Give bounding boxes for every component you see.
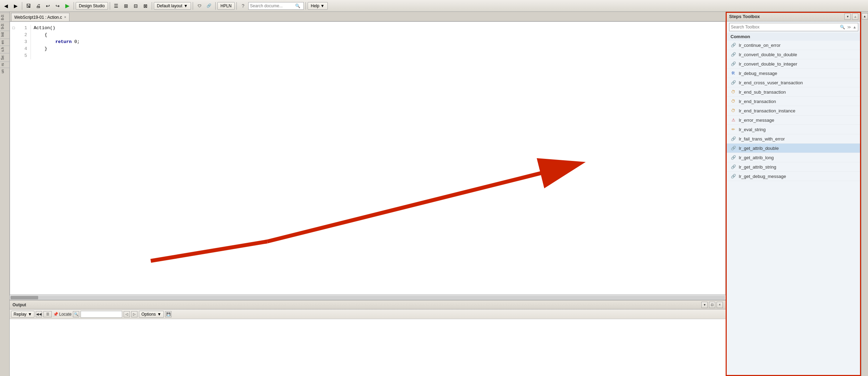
toolbox-item-lr_end_cross_vuser_transaction[interactable]: 🔗lr_end_cross_vuser_transaction bbox=[726, 78, 861, 87]
left-nav-item-8[interactable]: un bbox=[0, 68, 9, 75]
layout-dropdown[interactable]: Default layout ▼ bbox=[154, 2, 191, 10]
options-dropdown[interactable]: Options ▼ bbox=[139, 311, 164, 318]
output-pin-button[interactable]: ▾ bbox=[701, 302, 708, 308]
help-button[interactable]: Help ▼ bbox=[308, 2, 328, 10]
toolbox-item-icon-lr_get_attrib_long: 🔗 bbox=[731, 155, 736, 160]
toolbox-item-lr_get_attrib_string[interactable]: 🔗lr_get_attrib_string bbox=[726, 162, 861, 172]
toolbox-item-lr_error_message[interactable]: ⚠lr_error_message bbox=[726, 116, 861, 125]
horizontal-scrollbar[interactable] bbox=[10, 295, 726, 300]
output-search-input[interactable] bbox=[81, 311, 122, 318]
tab-bar: WebScript19-01 : Action.c × bbox=[10, 12, 726, 22]
left-nav-item-7[interactable]: rs bbox=[0, 61, 9, 67]
link-icon[interactable]: 🔗 bbox=[205, 1, 214, 10]
output-back-button[interactable]: ◁ bbox=[124, 311, 130, 317]
left-nav-item-3[interactable]: Init bbox=[0, 31, 9, 38]
left-nav: 8-0: 9-0: Init en s.h Se: rs un bbox=[0, 12, 10, 376]
output-prev-button[interactable]: ◀◀ bbox=[36, 311, 42, 317]
line-num-4: 4 bbox=[17, 45, 31, 52]
line-content-4: } bbox=[34, 45, 47, 52]
output-list-button[interactable]: ☰ bbox=[43, 311, 52, 317]
toolbox-item-icon-lr_continue_on_error: 🔗 bbox=[731, 42, 736, 48]
left-nav-item-6[interactable]: Se: bbox=[0, 53, 9, 61]
design-studio-button[interactable]: Design Studio bbox=[76, 2, 108, 10]
left-nav-item-2[interactable]: 9-0: bbox=[0, 22, 9, 31]
toolbox-title: Steps Toolbox bbox=[729, 14, 760, 19]
table-icon[interactable]: ⊠ bbox=[141, 1, 150, 10]
toolbox-item-lr_convert_double_to_double[interactable]: 🔗lr_convert_double_to_double bbox=[726, 50, 861, 59]
left-nav-item-5[interactable]: s.h bbox=[0, 45, 9, 53]
output-save-button[interactable]: 💾 bbox=[165, 311, 172, 317]
toolbox-item-lr_get_attrib_double[interactable]: 🔗lr_get_attrib_double bbox=[726, 144, 861, 153]
toolbox-collapse-icon[interactable]: ▲ bbox=[853, 25, 857, 29]
tab-title: WebScript19-01 : Action.c bbox=[14, 15, 62, 20]
output-header: Output ▾ ⊡ × bbox=[10, 300, 726, 309]
toolbox-search-input[interactable] bbox=[731, 25, 838, 29]
output-fwd-button[interactable]: ▷ bbox=[131, 311, 137, 317]
save-icon[interactable]: 🖫 bbox=[24, 1, 33, 10]
line-num-5: 5 bbox=[17, 52, 31, 59]
main-container: 8-0: 9-0: Init en s.h Se: rs un WebScrip… bbox=[0, 12, 868, 376]
shield-icon[interactable]: 🛡 bbox=[195, 1, 204, 10]
list-icon[interactable]: ☰ bbox=[112, 1, 121, 10]
locate-icon: 📌 bbox=[53, 312, 58, 317]
undo-icon[interactable]: ↩ bbox=[43, 1, 52, 10]
replay-dropdown[interactable]: Replay ▼ bbox=[11, 311, 34, 318]
forward-button[interactable]: ▶ bbox=[11, 1, 20, 10]
h-scroll-thumb[interactable] bbox=[10, 296, 38, 299]
back-button[interactable]: ◀ bbox=[1, 1, 10, 10]
line-content-3: return 0; bbox=[34, 39, 80, 45]
grid-icon[interactable]: ⊞ bbox=[122, 1, 131, 10]
toolbox-item-label-lr_eval_string: lr_eval_string bbox=[739, 127, 766, 132]
locate-label[interactable]: Locate bbox=[59, 312, 72, 317]
toolbox-item-lr_debug_message[interactable]: 🛠lr_debug_message bbox=[726, 69, 861, 78]
toolbox-item-lr_end_sub_transaction[interactable]: ⏱lr_end_sub_transaction bbox=[726, 87, 861, 97]
toolbox-header: Steps Toolbox ▾ ▵ bbox=[726, 12, 861, 22]
replay-label: Replay bbox=[14, 312, 26, 317]
left-nav-item-1[interactable]: 8-0: bbox=[0, 12, 9, 22]
toolbox-search-container[interactable]: 🔍 ≫ ▲ bbox=[729, 23, 858, 31]
toolbox-item-label-lr_get_attrib_long: lr_get_attrib_long bbox=[739, 155, 774, 160]
toolbox-item-lr_get_debug_message[interactable]: 🔗lr_get_debug_message bbox=[726, 172, 861, 181]
hpln-button[interactable]: HPLN bbox=[217, 2, 235, 10]
toolbox-pin-button[interactable]: ▾ bbox=[844, 14, 851, 20]
code-line-2: 2 { bbox=[10, 32, 725, 39]
output-body bbox=[10, 319, 726, 376]
toolbox-item-icon-lr_error_message: ⚠ bbox=[731, 117, 736, 123]
toolbox-item-label-lr_convert_double_to_integer: lr_convert_double_to_integer bbox=[739, 61, 797, 67]
help-label: Help bbox=[311, 3, 319, 8]
toolbox-item-label-lr_end_sub_transaction: lr_end_sub_transaction bbox=[739, 89, 786, 95]
toolbox-item-lr_fail_trans_with_error[interactable]: 🔗lr_fail_trans_with_error bbox=[726, 134, 861, 144]
search-input-top[interactable] bbox=[250, 3, 295, 8]
view-icon[interactable]: ⊟ bbox=[131, 1, 140, 10]
line-num-3: 3 bbox=[17, 39, 31, 45]
toolbox-item-icon-lr_debug_message: 🛠 bbox=[731, 70, 736, 76]
help-question-icon[interactable]: ? bbox=[239, 1, 248, 10]
editor-tab[interactable]: WebScript19-01 : Action.c × bbox=[11, 13, 69, 21]
line-content-1: Action() bbox=[34, 25, 55, 32]
toolbox-item-lr_eval_string[interactable]: ✏lr_eval_string bbox=[726, 125, 861, 134]
toolbox-item-icon-lr_fail_trans_with_error: 🔗 bbox=[731, 136, 736, 142]
output-close-button[interactable]: × bbox=[717, 302, 723, 308]
redo-icon[interactable]: ↪ bbox=[53, 1, 62, 10]
toolbox-item-lr_end_transaction[interactable]: ⏱lr_end_transaction bbox=[726, 97, 861, 106]
toolbox-item-lr_get_attrib_long[interactable]: 🔗lr_get_attrib_long bbox=[726, 153, 861, 162]
search-box-top[interactable]: 🔍 bbox=[248, 2, 304, 10]
toolbox-expand-button[interactable]: ▵ bbox=[852, 14, 858, 20]
toolbox-item-label-lr_get_debug_message: lr_get_debug_message bbox=[739, 174, 786, 179]
run-icon[interactable]: ▶ bbox=[63, 1, 72, 10]
print-icon[interactable]: 🖨 bbox=[34, 1, 43, 10]
sep8 bbox=[306, 2, 306, 10]
sep6 bbox=[215, 2, 216, 10]
output-detach-button[interactable]: ⊡ bbox=[709, 302, 715, 308]
toolbox-item-lr_convert_double_to_integer[interactable]: 🔗lr_convert_double_to_integer bbox=[726, 59, 861, 69]
tab-close-button[interactable]: × bbox=[64, 15, 66, 19]
output-search-button[interactable]: 🔍 bbox=[73, 311, 79, 317]
left-nav-item-4[interactable]: en bbox=[0, 39, 9, 45]
line-marker-5 bbox=[10, 52, 17, 59]
code-editor[interactable]: □ 1 Action() 2 { 3 return 0; bbox=[10, 22, 726, 295]
toolbox-clear-icon[interactable]: ≫ bbox=[847, 25, 851, 29]
toolbox-item-lr_end_transaction_instance[interactable]: ⏱lr_end_transaction_instance bbox=[726, 106, 861, 116]
toolbox-scrollbar[interactable] bbox=[863, 0, 868, 376]
toolbox-item-lr_continue_on_error[interactable]: 🔗lr_continue_on_error bbox=[726, 41, 861, 50]
h-scroll-track[interactable] bbox=[10, 296, 725, 299]
